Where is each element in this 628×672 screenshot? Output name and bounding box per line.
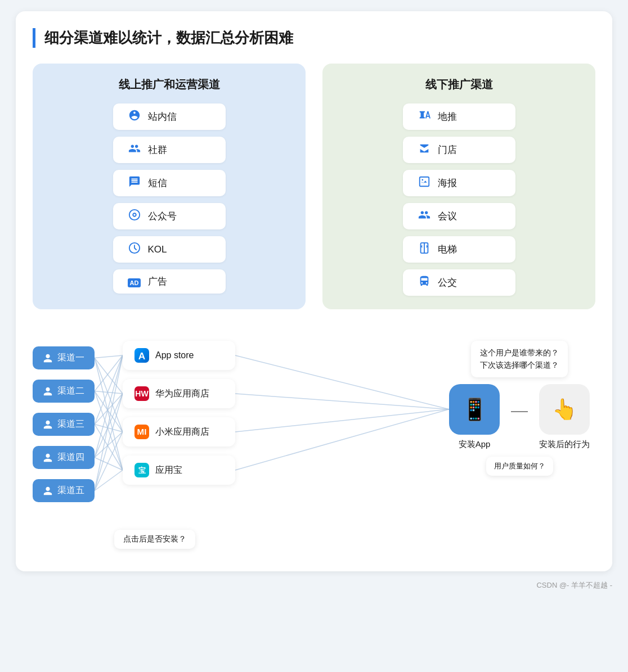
offline-channel-item: 电梯 [403,236,515,263]
online-channel-list: 站内信社群短信公众号KOLAD广告 [50,103,289,294]
channel-label: 会议 [438,210,457,223]
svg-text:A: A [138,350,146,362]
online-panel: 线上推广和运营渠道 站内信社群短信公众号KOLAD广告 [33,64,306,309]
right-section: 这个用户是谁带来的？ 下次该选择哪个渠道？ 📱 安装App 👆 安装后的行为 用… [449,330,595,476]
offline-channel-list: 地推门店海报会议电梯公交 [339,103,578,296]
channel-icon: AD [127,275,142,288]
channel-label: 地推 [438,110,457,123]
title-bar: 细分渠道难以统计，数据汇总分析困难 [33,28,595,48]
channel-icon [416,109,432,124]
online-channel-item: AD广告 [113,269,226,294]
install-app-icon: 📱 [449,384,500,435]
channel-label: 站内信 [148,110,177,123]
install-behavior-icon: 👆 [539,384,590,435]
install-behavior-label: 安装后的行为 [539,439,590,450]
channel-label: 社群 [148,143,167,156]
channel-icon [416,209,432,224]
quality-bubble: 用户质量如何？ [486,457,553,476]
store-icon: MI [134,424,150,440]
install-row: 📱 安装App 👆 安装后的行为 [449,384,590,450]
channel-label: 公众号 [148,210,177,223]
offline-channel-item: 公交 [403,269,515,296]
channel-label: 海报 [438,177,457,190]
install-app-label: 安装App [459,439,491,450]
store-icon: HW [134,386,150,402]
store-item: MI小米应用商店 [123,417,235,447]
offline-channel-item: 会议 [403,203,515,229]
offline-channel-item: 海报 [403,170,515,196]
install-behavior-box: 👆 安装后的行为 [539,384,590,450]
source-channel-tag: 渠道四 [33,446,95,469]
svg-line-29 [235,409,449,432]
online-channel-item: 短信 [113,170,226,196]
source-channel-tag: 渠道二 [33,380,95,403]
offline-channel-item: 门店 [403,137,515,163]
main-card: 细分渠道难以统计，数据汇总分析困难 线上推广和运营渠道 站内信社群短信公众号KO… [16,11,612,571]
channel-label: 公交 [438,276,457,289]
channel-icon [127,109,142,124]
left-channels: 渠道一渠道二渠道三渠道四渠道五 [33,330,95,502]
channel-icon [416,142,432,157]
page-title: 细分渠道难以统计，数据汇总分析困难 [44,28,595,48]
channel-icon [127,242,142,257]
online-panel-title: 线上推广和运营渠道 [119,77,220,92]
store-icon: 宝 [134,462,150,478]
svg-point-4 [421,179,423,181]
channel-label: 短信 [148,177,167,190]
speech-bubble: 这个用户是谁带来的？ 下次该选择哪个渠道？ [471,341,568,377]
connector-line [511,411,528,412]
svg-line-27 [235,355,449,409]
channel-label: 广告 [148,275,167,288]
channel-icon [416,175,432,191]
channel-icon [416,275,432,290]
watermark: CSDN @- 羊羊不超越 - [16,580,612,590]
svg-point-1 [133,214,136,216]
source-channel-tag: 渠道三 [33,413,95,436]
store-icon: A [134,348,150,363]
channel-label: 电梯 [438,243,457,256]
store-item: AApp store [123,341,235,370]
svg-text:宝: 宝 [138,466,146,475]
channel-label: KOL [148,244,167,255]
channel-icon [127,209,142,224]
offline-panel: 线下推广渠道 地推门店海报会议电梯公交 [322,64,595,309]
channel-label: 门店 [438,143,457,156]
online-channel-item: 公众号 [113,203,226,229]
middle-stores: AApp storeHW华为应用商店MI小米应用商店宝应用宝 [111,330,235,485]
store-item: 宝应用宝 [123,455,235,485]
svg-rect-3 [419,177,429,187]
online-channel-item: KOL [113,236,226,263]
install-app-box: 📱 安装App [449,384,500,450]
channel-icon [127,175,142,191]
svg-line-28 [235,394,449,409]
click-bubble: 点击后是否安装？ [114,530,195,549]
offline-channel-item: 地推 [403,103,515,130]
svg-line-30 [235,409,449,470]
channel-icon [127,142,142,157]
source-channel-tag: 渠道一 [33,346,95,369]
bottom-section: 渠道一渠道二渠道三渠道四渠道五 AApp storeHW华为应用商店MI小米应用… [33,330,595,554]
top-section: 线上推广和运营渠道 站内信社群短信公众号KOLAD广告 线下推广渠道 地推门店海… [33,64,595,309]
online-channel-item: 社群 [113,137,226,163]
svg-text:MI: MI [137,427,147,436]
source-channel-tag: 渠道五 [33,479,95,502]
store-item: HW华为应用商店 [123,379,235,408]
channel-icon [416,242,432,257]
online-channel-item: 站内信 [113,103,226,130]
svg-text:HW: HW [135,389,149,398]
offline-panel-title: 线下推广渠道 [425,77,493,92]
